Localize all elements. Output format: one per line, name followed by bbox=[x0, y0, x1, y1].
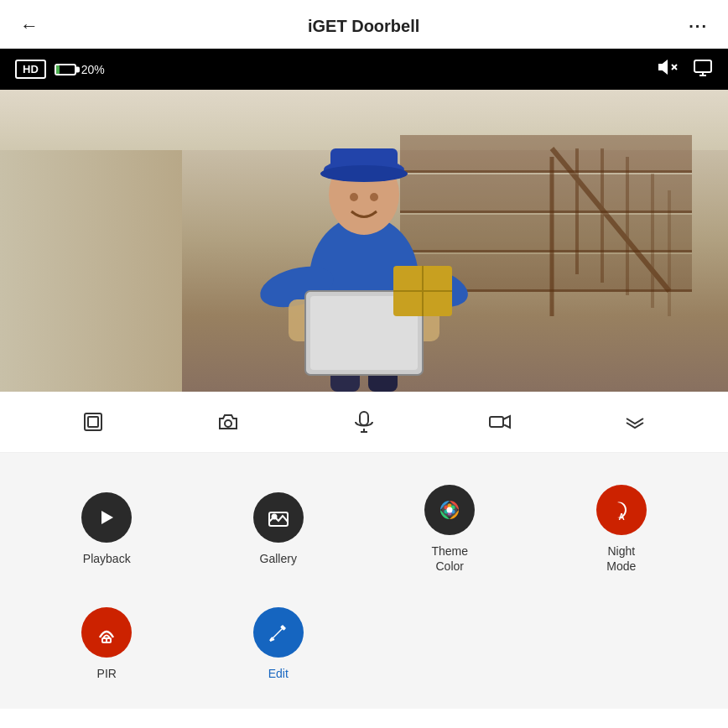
svg-text:A: A bbox=[618, 512, 624, 522]
playback-label: Playback bbox=[83, 551, 131, 566]
battery-percent: 20% bbox=[81, 63, 105, 76]
pir-label: PIR bbox=[97, 666, 117, 681]
scene-background bbox=[0, 90, 728, 392]
mute-icon[interactable] bbox=[658, 57, 678, 81]
battery-fill bbox=[56, 65, 60, 74]
fullscreen-button[interactable] bbox=[81, 410, 105, 434]
video-button[interactable] bbox=[488, 410, 512, 434]
theme-color-icon bbox=[424, 485, 475, 535]
menu-section: Playback Gallery bbox=[0, 453, 728, 709]
camera-section: HD 20% bbox=[0, 49, 728, 392]
svg-point-49 bbox=[447, 507, 453, 513]
theme-color-item[interactable]: ThemeColor bbox=[368, 470, 532, 584]
edit-icon bbox=[253, 607, 304, 658]
svg-point-39 bbox=[272, 515, 276, 519]
night-mode-item[interactable]: A NightMode bbox=[540, 470, 704, 584]
svg-marker-37 bbox=[101, 511, 113, 524]
more-button[interactable]: ··· bbox=[689, 17, 708, 36]
hd-badge: HD bbox=[15, 60, 46, 79]
microphone-button[interactable] bbox=[352, 410, 376, 434]
svg-rect-33 bbox=[360, 412, 368, 425]
svg-rect-3 bbox=[694, 60, 711, 72]
svg-rect-52 bbox=[103, 639, 106, 642]
empty-slot-2 bbox=[540, 592, 704, 691]
toolbar-left: HD 20% bbox=[15, 60, 105, 79]
night-mode-icon: A bbox=[596, 485, 647, 535]
pir-icon bbox=[81, 607, 132, 658]
camera-toolbar: HD 20% bbox=[0, 49, 728, 90]
svg-point-25 bbox=[350, 193, 358, 201]
menu-row-2: PIR Edit bbox=[25, 592, 703, 691]
camera-feed bbox=[0, 90, 728, 392]
empty-slot-1 bbox=[368, 592, 532, 691]
playback-icon bbox=[81, 492, 132, 543]
edit-item[interactable]: Edit bbox=[197, 592, 361, 691]
gallery-label: Gallery bbox=[260, 551, 297, 566]
phone-container: ← iGET Doorbell ··· HD 20% bbox=[0, 0, 728, 728]
theme-color-label: ThemeColor bbox=[431, 543, 468, 574]
header: ← iGET Doorbell ··· bbox=[0, 0, 728, 49]
svg-marker-0 bbox=[659, 61, 667, 73]
edit-label: Edit bbox=[268, 666, 289, 681]
svg-rect-51 bbox=[101, 637, 112, 643]
back-button[interactable]: ← bbox=[20, 15, 39, 37]
menu-row-1: Playback Gallery bbox=[25, 470, 703, 584]
svg-rect-31 bbox=[88, 417, 98, 427]
svg-point-26 bbox=[370, 193, 378, 201]
page-title: iGET Doorbell bbox=[308, 17, 419, 36]
night-mode-label: NightMode bbox=[606, 543, 636, 574]
gallery-icon bbox=[253, 492, 304, 543]
svg-rect-36 bbox=[490, 417, 503, 427]
svg-point-32 bbox=[225, 420, 231, 427]
delivery-person bbox=[247, 123, 481, 392]
playback-item[interactable]: Playback bbox=[25, 470, 189, 584]
toolbar-right bbox=[658, 57, 713, 81]
railing-svg bbox=[543, 140, 678, 325]
battery-container: 20% bbox=[55, 63, 105, 76]
svg-point-24 bbox=[320, 165, 408, 182]
screen-icon[interactable] bbox=[693, 57, 713, 81]
controls-bar bbox=[0, 392, 728, 453]
gallery-item[interactable]: Gallery bbox=[197, 470, 361, 584]
layers-button[interactable] bbox=[623, 410, 647, 434]
snapshot-button[interactable] bbox=[216, 410, 240, 434]
svg-rect-53 bbox=[107, 639, 110, 642]
pir-item[interactable]: PIR bbox=[25, 592, 189, 691]
battery-icon bbox=[55, 64, 76, 75]
